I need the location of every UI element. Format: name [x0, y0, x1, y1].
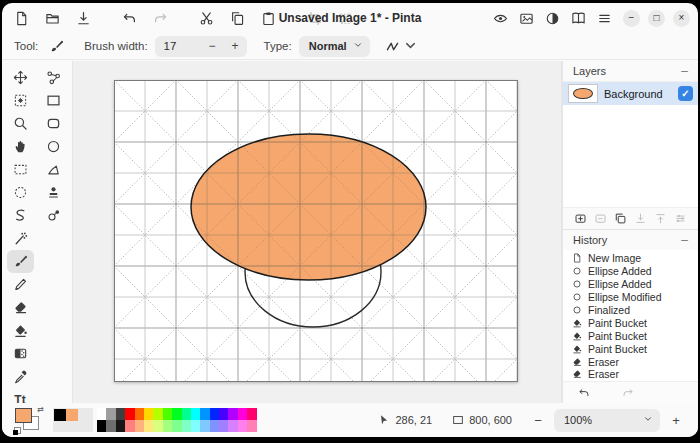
- history-item[interactable]: Paint Bucket: [563, 316, 698, 329]
- palette-swatch[interactable]: [238, 408, 247, 420]
- primary-color-swatch[interactable]: [15, 408, 32, 423]
- palette-swatch[interactable]: [163, 420, 172, 432]
- palette-swatch[interactable]: [144, 420, 153, 432]
- palette-swatch[interactable]: [191, 420, 200, 432]
- reset-colors-icon[interactable]: [14, 427, 21, 434]
- palette-swatch[interactable]: [106, 420, 115, 432]
- blend-mode-dropdown[interactable]: Normal: [299, 36, 370, 57]
- ellipse-tool[interactable]: [40, 135, 67, 158]
- paintbrush-tool[interactable]: [7, 250, 34, 273]
- pencil-tool[interactable]: [7, 273, 34, 296]
- new-image-icon[interactable]: [10, 8, 32, 28]
- palette-swatch[interactable]: [97, 408, 106, 420]
- palette-swatch[interactable]: [182, 408, 191, 420]
- palette-swatch[interactable]: [238, 420, 247, 432]
- palette-swatch[interactable]: [247, 408, 256, 420]
- addins-icon[interactable]: [567, 8, 589, 28]
- palette-swatch[interactable]: [210, 420, 219, 432]
- history-item[interactable]: Ellipse Added: [563, 265, 698, 278]
- palette-swatch[interactable]: [153, 420, 162, 432]
- eraser-tool[interactable]: [7, 296, 34, 319]
- palette-swatch[interactable]: [191, 408, 200, 420]
- palette-swatch[interactable]: [182, 420, 191, 432]
- brush-width-decrease-button[interactable]: −: [201, 39, 224, 53]
- canvas[interactable]: [114, 80, 518, 382]
- clone-stamp-tool[interactable]: [40, 181, 67, 204]
- brush-width-input[interactable]: [155, 40, 201, 52]
- zoom-in-button[interactable]: +: [666, 413, 686, 428]
- close-button[interactable]: ×: [673, 10, 690, 27]
- copy-icon[interactable]: [226, 8, 248, 28]
- palette-swatch[interactable]: [172, 420, 181, 432]
- image-menu-icon[interactable]: [515, 8, 537, 28]
- palette-swatch[interactable]: [163, 408, 172, 420]
- ellipse-select-tool[interactable]: [7, 181, 34, 204]
- rectangle-select-tool[interactable]: [7, 158, 34, 181]
- palette-swatch[interactable]: [97, 420, 106, 432]
- layers-collapse-button[interactable]: –: [681, 64, 688, 78]
- zoom-tool[interactable]: [7, 112, 34, 135]
- palette-swatch[interactable]: [210, 408, 219, 420]
- swap-colors-icon[interactable]: ⇄: [37, 406, 44, 414]
- palette-swatch[interactable]: [125, 420, 134, 432]
- history-item[interactable]: Eraser: [563, 368, 698, 381]
- adjustments-icon[interactable]: [541, 8, 563, 28]
- palette-swatch[interactable]: [135, 408, 144, 420]
- palette-swatch[interactable]: [219, 420, 228, 432]
- palette-swatch[interactable]: [200, 420, 209, 432]
- palette-swatch[interactable]: [106, 408, 115, 420]
- minimize-button[interactable]: −: [623, 10, 640, 27]
- brush-width-increase-button[interactable]: +: [224, 39, 247, 53]
- rounded-rectangle-tool[interactable]: [40, 112, 67, 135]
- palette-swatch[interactable]: [116, 408, 125, 420]
- history-undo-button[interactable]: [576, 385, 592, 401]
- palette-swatch[interactable]: [172, 408, 181, 420]
- zoom-out-button[interactable]: −: [528, 413, 548, 428]
- palette-swatch[interactable]: [153, 408, 162, 420]
- cut-icon[interactable]: [195, 8, 217, 28]
- palette-swatch[interactable]: [228, 420, 237, 432]
- undo-icon[interactable]: [118, 8, 140, 28]
- line-style-dropdown[interactable]: [385, 38, 418, 55]
- history-item[interactable]: Paint Bucket: [563, 329, 698, 342]
- history-item[interactable]: Finalized: [563, 304, 698, 317]
- maximize-button[interactable]: □: [648, 10, 665, 27]
- history-item[interactable]: Ellipse Modified: [563, 291, 698, 304]
- history-item[interactable]: New Image: [563, 252, 698, 265]
- recolor-tool[interactable]: [40, 204, 67, 227]
- history-item[interactable]: Eraser: [563, 355, 698, 368]
- freeform-shape-tool[interactable]: [40, 158, 67, 181]
- palette-swatch[interactable]: [125, 408, 134, 420]
- add-layer-button[interactable]: [572, 211, 588, 227]
- palette-swatch[interactable]: [144, 408, 153, 420]
- palette-swatch[interactable]: [116, 420, 125, 432]
- rectangle-tool[interactable]: [40, 89, 67, 112]
- paste-icon[interactable]: [257, 8, 279, 28]
- duplicate-layer-button[interactable]: [612, 211, 628, 227]
- magic-wand-tool[interactable]: [7, 89, 34, 112]
- zoom-dropdown[interactable]: 100%: [554, 409, 660, 432]
- color-selector[interactable]: ⇄: [14, 406, 46, 434]
- open-image-icon[interactable]: [41, 8, 63, 28]
- move-selection-tool[interactable]: [40, 66, 67, 89]
- paint-bucket-tool[interactable]: [7, 319, 34, 342]
- history-item[interactable]: Ellipse Added: [563, 278, 698, 291]
- eye-icon[interactable]: [489, 8, 511, 28]
- palette-swatch[interactable]: [247, 420, 256, 432]
- history-collapse-button[interactable]: –: [681, 233, 688, 247]
- main-menu-icon[interactable]: [593, 8, 615, 28]
- palette-swatch[interactable]: [200, 408, 209, 420]
- save-icon[interactable]: [72, 8, 94, 28]
- history-item[interactable]: Paint Bucket: [563, 342, 698, 355]
- layer-visibility-checkbox[interactable]: ✓: [678, 86, 693, 101]
- airbrush-tool[interactable]: [7, 227, 34, 250]
- active-tool-brush-icon[interactable]: [45, 36, 67, 56]
- palette-swatch[interactable]: [135, 420, 144, 432]
- recent-color-1[interactable]: [66, 409, 78, 421]
- layer-row-background[interactable]: Background ✓: [563, 82, 698, 105]
- color-picker-tool[interactable]: [7, 365, 34, 388]
- gradient-tool[interactable]: [7, 342, 34, 365]
- palette-swatch[interactable]: [228, 408, 237, 420]
- lasso-select-tool[interactable]: [7, 204, 34, 227]
- pan-tool[interactable]: [7, 135, 34, 158]
